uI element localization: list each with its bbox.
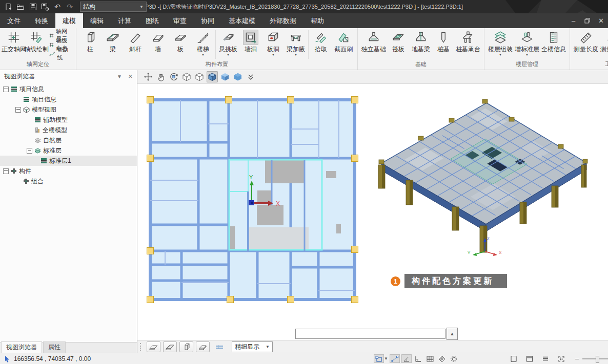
measure-length-button[interactable]: 测量长度 (573, 29, 599, 53)
save-as-icon[interactable] (41, 3, 49, 11)
raft-slab-button[interactable]: 筏板 (387, 29, 410, 53)
panel-close-icon[interactable]: ✕ (128, 73, 133, 80)
view-wireframe-icon[interactable] (181, 71, 192, 82)
building-info-button[interactable]: 全楼信息 (540, 29, 567, 53)
pile-button[interactable]: 桩基 (432, 29, 455, 53)
panel-collapse-icon[interactable]: ▼ (117, 74, 122, 79)
more-view-modes-icon[interactable] (245, 71, 256, 82)
new-view-icon[interactable] (509, 354, 519, 363)
axis-draw-button[interactable]: 轴线绘制 (25, 29, 48, 53)
plan-2d-view[interactable]: Y X (146, 93, 359, 307)
settings-gear-icon[interactable] (449, 354, 459, 363)
new-file-icon[interactable] (4, 3, 12, 11)
stairs-button[interactable]: 楼梯 ▼ (192, 29, 214, 56)
pile-cap-button[interactable]: 桩基承台 (455, 29, 481, 53)
tree-item-auxiliary-model[interactable]: 辅助模型 (0, 115, 137, 125)
ortho-grid-button[interactable]: 正交轴网 (3, 29, 25, 53)
tree-item-project-info-root[interactable]: 项目信息 (0, 84, 137, 94)
display-mode-select[interactable]: 精细显示 ▼ (232, 341, 273, 352)
add-standard-floor-button[interactable]: 增标准层 ▼ (514, 29, 540, 56)
cantilever-slab-button[interactable]: 悬挑板 ▼ (217, 29, 239, 56)
toolbar-options-icon[interactable]: ≡ (152, 4, 155, 10)
toolbar-grip[interactable] (140, 343, 143, 351)
tab-collaborate[interactable]: 协同 (194, 13, 221, 28)
slab-display-button[interactable] (147, 341, 160, 352)
tab-file[interactable]: 文件 (0, 13, 28, 28)
drawing-canvas[interactable]: Y X (137, 84, 608, 340)
fit-view-icon[interactable] (556, 354, 566, 363)
tab-basic-modeling[interactable]: 基本建模 (221, 13, 262, 28)
open-file-icon[interactable] (16, 3, 25, 11)
tab-view-browser[interactable]: 视图浏览器 (1, 341, 42, 353)
tab-calculate[interactable]: 计算 (111, 13, 138, 28)
object-snap-icon[interactable] (374, 354, 384, 363)
view-realistic-icon[interactable] (232, 71, 244, 82)
tab-help[interactable]: 帮助 (303, 13, 331, 28)
model-3d-view[interactable]: Z Y X (369, 94, 606, 266)
tab-modeling[interactable]: 建模 (55, 13, 83, 28)
window-view-icon[interactable] (524, 354, 535, 363)
tree-item-standard-floor-1[interactable]: 标准层1 (0, 156, 137, 166)
view-locate-icon[interactable] (437, 354, 447, 363)
foundation-beam-button[interactable]: 地基梁 (410, 29, 432, 53)
close-button[interactable]: ✕ (594, 13, 608, 28)
column-display-button[interactable] (179, 341, 193, 352)
beam-button[interactable]: 梁 (102, 29, 124, 53)
isolated-foundation-button[interactable]: 独立基础 (360, 29, 387, 53)
tree-item-model-views[interactable]: 模型视图 (0, 104, 137, 115)
layer-list-icon[interactable] (540, 354, 551, 363)
grid-display-icon[interactable] (425, 354, 435, 363)
section-brush-button[interactable]: 截面刷 (332, 29, 355, 53)
zoom-out-button[interactable]: – (575, 355, 579, 362)
undo-icon[interactable]: ↶ (53, 3, 62, 11)
wall-button[interactable]: 墙 (147, 29, 169, 53)
measure-angle-button[interactable]: 测量角度 (599, 29, 608, 53)
orbit-icon[interactable] (168, 71, 179, 82)
tab-edit[interactable]: 编辑 (83, 13, 111, 28)
redo-icon[interactable]: ↷ (66, 3, 74, 11)
beam-display-button[interactable] (163, 341, 177, 352)
tab-properties[interactable]: 属性 (43, 341, 66, 353)
view-hidden-line-icon[interactable] (194, 71, 205, 82)
command-history-button[interactable]: ▲ (447, 328, 458, 340)
restore-button[interactable] (580, 13, 594, 28)
floor-assembly-button[interactable]: 楼层组装 ▼ (487, 29, 514, 56)
ortho-mode-icon[interactable] (413, 354, 423, 363)
pan-icon[interactable] (155, 71, 167, 82)
slab-opening-button[interactable]: 板洞 ▼ (262, 29, 285, 56)
collapse-expander-icon[interactable] (3, 168, 9, 174)
tab-external-data[interactable]: 外部数据 (262, 13, 303, 28)
minimize-button[interactable]: – (566, 13, 580, 28)
tree-item-natural-floor[interactable]: 自然层 (0, 135, 137, 145)
zoom-slider-thumb[interactable] (596, 356, 599, 363)
pick-button[interactable]: 拾取 (310, 29, 332, 53)
auxiliary-line-button[interactable]: 辅助线 (49, 49, 72, 58)
beam-haunch-button[interactable]: 梁加腋 ▼ (285, 29, 307, 56)
tree-item-standard-floor[interactable]: 标准层 (0, 145, 137, 156)
command-input[interactable] (295, 329, 445, 339)
angle-snap-icon[interactable] (401, 354, 412, 363)
column-button[interactable]: 柱 (79, 29, 102, 53)
brace-button[interactable]: 斜杆 (124, 29, 147, 53)
axis-display-button[interactable] (212, 341, 226, 352)
tree-item-combination[interactable]: 组合 (0, 176, 137, 186)
view-shaded-icon[interactable] (219, 71, 231, 82)
view-shaded-edges-icon[interactable] (207, 71, 218, 82)
tree-item-components[interactable]: 构件 (0, 166, 137, 176)
line-snap-icon[interactable] (390, 354, 400, 363)
save-icon[interactable] (29, 3, 37, 11)
chevron-down-icon[interactable]: ▼ (384, 356, 388, 361)
tab-review[interactable]: 审查 (166, 13, 194, 28)
tab-convert[interactable]: 转换 (28, 13, 55, 28)
slab-button[interactable]: 板 (169, 29, 192, 53)
tab-drawings[interactable]: 图纸 (138, 13, 166, 28)
zoom-extents-icon[interactable] (143, 71, 154, 82)
collapse-expander-icon[interactable] (15, 107, 21, 113)
wall-display-button[interactable] (196, 341, 210, 352)
zoom-slider-track[interactable] (582, 358, 608, 359)
workspace-select[interactable]: 结构 ▼ (80, 2, 147, 12)
wall-opening-button[interactable]: 墙洞 (239, 29, 262, 53)
tree-item-whole-building-model[interactable]: 全楼模型 (0, 125, 137, 135)
collapse-expander-icon[interactable] (3, 87, 9, 92)
collapse-expander-icon[interactable] (27, 148, 32, 154)
